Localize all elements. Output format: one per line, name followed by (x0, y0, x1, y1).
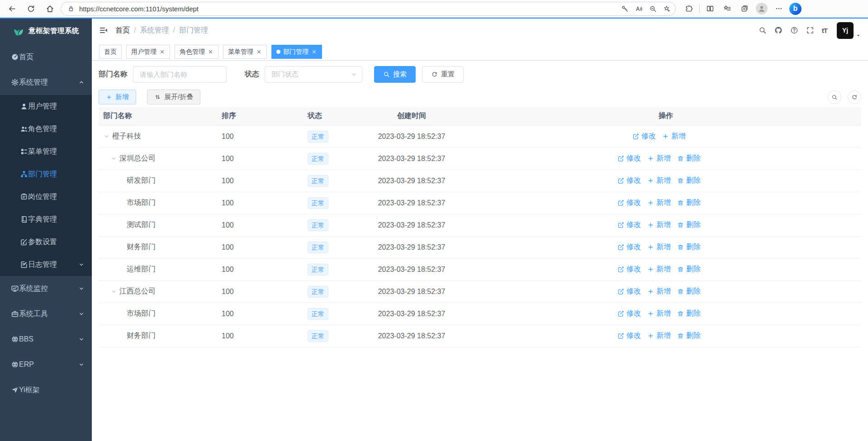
table-row: 测试部门100正常2023-03-29 18:52:37修改新增删除 (99, 214, 861, 236)
edit-link[interactable]: 修改 (617, 242, 641, 252)
delete-link[interactable]: 删除 (677, 331, 701, 341)
add-favorite-icon[interactable] (663, 5, 671, 13)
delete-link[interactable]: 删除 (677, 309, 701, 318)
hamburger-icon[interactable] (99, 26, 108, 35)
edit-link[interactable]: 修改 (617, 198, 641, 208)
fullscreen-icon[interactable] (806, 26, 814, 34)
delete-link[interactable]: 删除 (677, 287, 701, 296)
edit-link[interactable]: 修改 (617, 309, 641, 318)
add-link[interactable]: 新增 (647, 242, 671, 252)
sidebar-item-部门管理[interactable]: 部门管理 (0, 163, 92, 185)
edit-link[interactable]: 修改 (617, 331, 641, 341)
edit-link[interactable]: 修改 (632, 132, 656, 141)
expand-caret-icon[interactable] (110, 155, 119, 162)
sidebar-item-首页[interactable]: 首页 (0, 44, 92, 70)
favorites-bar-icon[interactable] (721, 2, 734, 15)
sidebar-item-字典管理[interactable]: 字典管理 (0, 208, 92, 231)
tab-菜单管理[interactable]: 菜单管理 (223, 45, 267, 59)
reset-button[interactable]: 重置 (422, 66, 464, 83)
url-text[interactable]: https://ccnetcore.com:1101/system/dept (79, 5, 621, 13)
delete-link[interactable]: 删除 (677, 154, 701, 163)
back-icon[interactable] (5, 1, 19, 16)
close-icon[interactable] (159, 49, 165, 55)
sidebar-item-ERP[interactable]: ERP (0, 352, 92, 377)
sidebar-item-参数设置[interactable]: 参数设置 (0, 231, 92, 253)
add-link[interactable]: 新增 (647, 265, 671, 274)
action-label: 删除 (686, 265, 701, 274)
github-icon[interactable] (774, 26, 783, 34)
dept-name-input[interactable] (133, 66, 227, 83)
tags-view: 首页用户管理角色管理菜单管理部门管理 (92, 43, 868, 61)
close-icon[interactable] (256, 49, 262, 55)
profile-icon[interactable] (755, 2, 768, 15)
sidebar-item-系统管理[interactable]: 系统管理 (0, 70, 92, 95)
close-icon[interactable] (208, 49, 213, 55)
add-link[interactable]: 新增 (647, 309, 671, 318)
created-cell: 2023-03-29 18:52:37 (353, 280, 470, 303)
delete-link[interactable]: 删除 (677, 220, 701, 230)
address-bar-actions (621, 5, 671, 13)
sidebar-item-角色管理[interactable]: 角色管理 (0, 118, 92, 140)
dashboard-icon (11, 53, 19, 61)
sidebar-item-BBS[interactable]: BBS (0, 327, 92, 352)
edit-link[interactable]: 修改 (617, 265, 641, 274)
sidebar-item-岗位管理[interactable]: 岗位管理 (0, 185, 92, 208)
show-search-button[interactable] (828, 90, 841, 104)
sidebar-item-日志管理[interactable]: 日志管理 (0, 253, 92, 276)
sidebar-item-菜单管理[interactable]: 菜单管理 (0, 140, 92, 163)
edit-link[interactable]: 修改 (617, 220, 641, 230)
delete-link[interactable]: 删除 (677, 265, 701, 274)
expand-caret-icon[interactable] (103, 133, 112, 140)
add-link[interactable]: 新增 (662, 132, 686, 141)
tab-部门管理[interactable]: 部门管理 (271, 45, 322, 59)
expand-caret-icon[interactable] (110, 288, 119, 295)
search-icon[interactable] (759, 26, 767, 34)
breadcrumb-item[interactable]: 首页 (115, 26, 130, 35)
add-link[interactable]: 新增 (647, 154, 671, 163)
add-link[interactable]: 新增 (647, 331, 671, 341)
bing-icon[interactable]: b (789, 3, 802, 15)
font-size-icon[interactable]: tT (822, 27, 827, 34)
add-link[interactable]: 新增 (647, 287, 671, 296)
address-bar[interactable]: https://ccnetcore.com:1101/system/dept (61, 2, 676, 16)
tab-角色管理[interactable]: 角色管理 (175, 45, 218, 59)
tab-用户管理[interactable]: 用户管理 (126, 45, 170, 59)
reload-icon[interactable] (24, 1, 38, 16)
extensions-icon[interactable] (682, 2, 696, 15)
add-link[interactable]: 新增 (647, 198, 671, 208)
close-icon[interactable] (311, 49, 317, 55)
read-aloud-icon[interactable] (635, 5, 643, 13)
add-link[interactable]: 新增 (647, 220, 671, 230)
plus-icon (647, 310, 654, 317)
expand-collapse-button[interactable]: 展开/折叠 (147, 90, 200, 104)
question-icon[interactable] (790, 26, 798, 34)
edit-link[interactable]: 修改 (617, 176, 641, 185)
add-button[interactable]: 新增 (99, 90, 136, 104)
sidebar-item-系统监控[interactable]: 系统监控 (0, 276, 92, 301)
edit-link[interactable]: 修改 (617, 287, 641, 296)
sidebar-item-用户管理[interactable]: 用户管理 (0, 95, 92, 118)
action-label: 修改 (626, 154, 641, 163)
status-select[interactable]: 部门状态 (265, 66, 362, 83)
home-icon[interactable] (43, 1, 57, 16)
tab-首页[interactable]: 首页 (99, 45, 122, 59)
active-dot (276, 50, 280, 54)
sidebar-item-系统工具[interactable]: 系统工具 (0, 301, 92, 327)
app-frame: 意框架管理系统 首页系统管理用户管理角色管理菜单管理部门管理岗位管理字典管理参数… (0, 18, 868, 441)
chevron-down-icon (78, 336, 85, 342)
sidebar-item-Yi框架[interactable]: Yi框架 (0, 377, 92, 403)
table-row: 市场部门100正常2023-03-29 18:52:37修改新增删除 (99, 303, 861, 325)
key-icon[interactable] (621, 5, 629, 13)
edit-link[interactable]: 修改 (617, 154, 641, 163)
more-icon[interactable] (772, 2, 786, 15)
refresh-table-button[interactable] (848, 90, 861, 104)
add-link[interactable]: 新增 (647, 176, 671, 185)
search-button[interactable]: 搜索 (374, 66, 416, 83)
delete-link[interactable]: 删除 (677, 242, 701, 252)
user-avatar[interactable]: Yj (837, 22, 861, 39)
delete-link[interactable]: 删除 (677, 198, 701, 208)
delete-link[interactable]: 删除 (677, 176, 701, 185)
collections-icon[interactable] (738, 2, 751, 15)
zoom-out-icon[interactable] (649, 5, 657, 13)
split-screen-icon[interactable] (703, 2, 717, 15)
